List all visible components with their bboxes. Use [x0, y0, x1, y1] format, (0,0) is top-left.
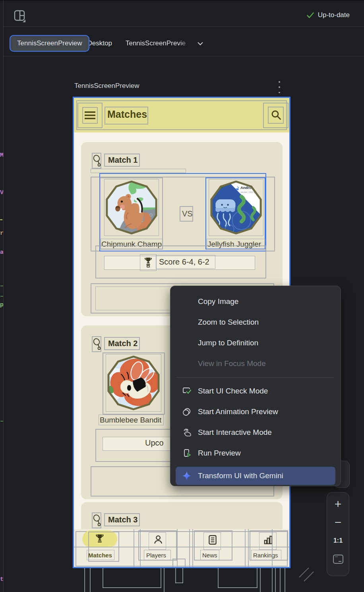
layout-bounds-line — [182, 568, 183, 583]
code-fragment: – — [0, 418, 3, 425]
android-studio-compose-preview-panel: M V ▬ r a – – p – t Up-to-date TennisScr… — [0, 0, 364, 592]
layout-bounds-line — [175, 582, 183, 583]
layout-bounds-line — [218, 587, 258, 588]
nav-label-news: News — [202, 552, 217, 559]
code-fragment: M — [0, 152, 3, 159]
tennis-racket-icon — [93, 155, 101, 167]
layout-bounds-line — [260, 568, 261, 592]
menu-item-transform-ui-with-gemini[interactable]: Transform UI with Gemini — [176, 467, 335, 485]
menu-item-label: Zoom to Selection — [198, 318, 259, 327]
player1-name: Bumblebee Bandit — [100, 416, 161, 425]
chevron-down-icon[interactable] — [196, 39, 205, 48]
match-label: Match 2 — [108, 339, 137, 348]
tab-tennisscreenpreview[interactable]: TennisScreenPreview — [10, 35, 89, 52]
menu-item-start-interactive-mode[interactable]: Start Interactive Mode — [170, 422, 341, 443]
layout-bounds-line — [175, 568, 176, 583]
bottom-navigation-bar: Matches Players — [74, 529, 289, 568]
layout-bounds-line — [84, 568, 85, 592]
menu-item-copy-image[interactable]: Copy Image — [170, 291, 341, 312]
menu-item-label: Copy Image — [198, 297, 238, 306]
code-fragment: t — [0, 576, 3, 583]
layout-bounds-line — [189, 529, 190, 568]
preview-context-menu: Copy Image Zoom to Selection Jump to Def… — [170, 286, 341, 486]
layout-bounds — [91, 169, 186, 173]
zoom-out-button[interactable]: − — [329, 513, 347, 532]
code-fragment: – — [0, 282, 3, 289]
search-icon[interactable] — [271, 109, 282, 121]
status-label: Up-to-date — [318, 11, 350, 19]
tab-tennisscreenpreview-3[interactable]: TennisScreenPrevie — [119, 35, 192, 52]
menu-item-start-ui-check-mode[interactable]: Start UI Check Mode — [170, 381, 341, 401]
check-icon — [306, 11, 315, 19]
editor-layout-icon[interactable] — [14, 10, 26, 23]
tennis-racket-icon — [93, 338, 101, 350]
animation-icon — [182, 407, 192, 417]
menu-item-label: Jump to Definition — [198, 339, 258, 347]
vs-label: VS — [182, 209, 193, 218]
layout-bounds-line — [192, 529, 193, 568]
avatar-chipmunk-champ — [105, 179, 159, 236]
layout-bounds-line — [140, 529, 141, 568]
gemini-sparkle-icon — [182, 471, 192, 481]
zoom-controls-panel: + − 1:1 — [327, 492, 349, 576]
layout-bounds-line — [164, 568, 165, 592]
menu-item-label: Start Animation Preview — [198, 407, 278, 416]
toolbar-separator — [4, 26, 364, 27]
nav-label-players: Players — [146, 552, 166, 559]
tennis-racket-icon — [93, 514, 101, 526]
layout-bounds-line — [248, 529, 249, 568]
menu-item-label: Start Interactive Mode — [198, 428, 272, 437]
news-icon — [207, 534, 218, 545]
layout-bounds-line — [245, 529, 246, 568]
menu-item-zoom-to-selection[interactable]: Zoom to Selection — [170, 312, 341, 333]
resize-handle-icon[interactable] — [304, 571, 314, 581]
layout-bounds-line — [161, 568, 161, 588]
zoom-in-button[interactable]: + — [329, 495, 347, 513]
kebab-menu-icon[interactable] — [277, 81, 281, 93]
layout-bounds — [172, 559, 186, 568]
menu-item-run-preview[interactable]: Run Preview — [170, 443, 341, 463]
layout-bounds-line — [280, 568, 281, 592]
person-icon — [153, 534, 163, 545]
layout-bounds-line — [134, 529, 134, 568]
code-fragment: V — [0, 189, 3, 196]
layout-bounds-line — [275, 568, 276, 592]
layout-bounds-line — [272, 568, 273, 592]
resize-handle-icon[interactable] — [299, 567, 309, 577]
trophy-icon — [95, 534, 105, 545]
zoom-actual-size-button[interactable]: 1:1 — [329, 532, 347, 550]
fit-screen-icon[interactable] — [329, 550, 347, 568]
menu-separator — [177, 377, 334, 378]
menu-item-label: Start UI Check Mode — [198, 387, 268, 395]
menu-item-label: View in Focus Mode — [198, 359, 266, 368]
interactive-icon — [182, 427, 192, 438]
menu-item-start-animation-preview[interactable]: Start Animation Preview — [170, 401, 341, 422]
code-fragment: r — [0, 230, 3, 237]
match-label: Match 3 — [108, 515, 137, 524]
tabbar-separator — [4, 56, 364, 56]
menu-item-jump-to-definition[interactable]: Jump to Definition — [170, 333, 341, 353]
layout-bounds-line — [103, 568, 103, 588]
layout-bounds-line — [285, 568, 285, 592]
preview-tab-bar: TennisScreenPreview TennisScreenPreview … — [10, 35, 205, 52]
layout-bounds-line — [90, 568, 91, 592]
trophy-icon — [143, 257, 153, 268]
code-fragment: a — [0, 249, 3, 256]
score-text: Score 6-4, 6-2 — [159, 257, 209, 267]
hamburger-icon[interactable] — [85, 111, 95, 120]
menu-item-label: Run Preview — [198, 449, 241, 458]
layout-bounds-line — [257, 568, 258, 588]
nav-label-matches: Matches — [88, 552, 112, 559]
layout-bounds-line — [272, 529, 273, 568]
menu-item-view-in-focus-mode: View in Focus Mode — [170, 353, 341, 374]
layout-bounds-line — [218, 568, 219, 588]
match-label: Match 1 — [108, 156, 137, 165]
match-status-text: Upco — [145, 438, 164, 448]
avatar-jellyfish-juggler: Android St Jellyfish | 2023.3.1 — [209, 179, 263, 236]
panel-left-divider — [3, 0, 4, 592]
layout-bounds-line — [103, 587, 161, 588]
code-fragment: p — [0, 302, 3, 308]
panel-top-edge — [0, 0, 364, 1]
layout-bounds-line — [74, 547, 289, 547]
preview-title: TennisScreenPreview — [74, 82, 139, 90]
